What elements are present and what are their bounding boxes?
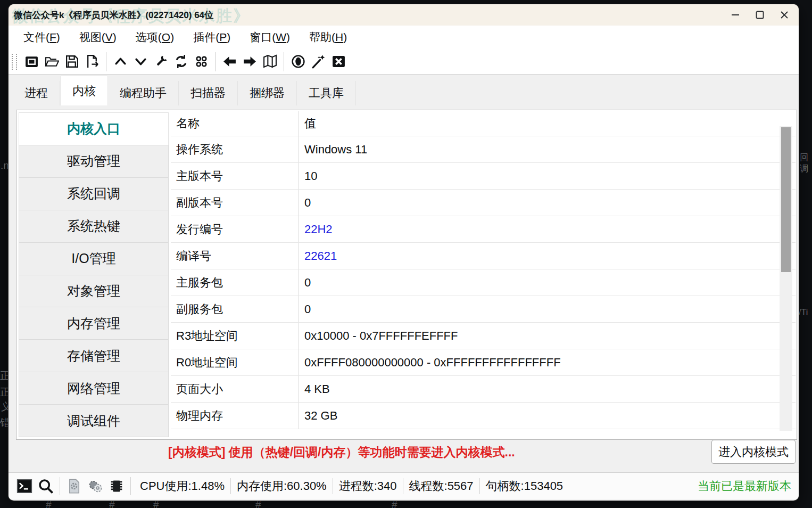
refresh-icon <box>174 54 188 69</box>
kernel-panel: 内核入口 驱动管理 系统回调 系统热键 I/O管理 对象管理 内存管理 存储管理… <box>16 110 797 440</box>
menu-window[interactable]: 窗口(W) <box>240 30 300 45</box>
update-status[interactable]: 当前已是最新版本 <box>698 478 799 494</box>
row-name: R3地址空间 <box>171 328 299 344</box>
sidebar-item-driver-management[interactable]: 驱动管理 <box>19 145 169 178</box>
menu-options[interactable]: 选项(O) <box>126 30 184 45</box>
table-row[interactable]: 副服务包 0 <box>171 296 796 323</box>
menu-plugins[interactable]: 插件(P) <box>184 30 240 45</box>
console-button[interactable] <box>15 477 34 496</box>
grid-dots-button[interactable] <box>192 53 211 71</box>
magic-wand-button[interactable] <box>309 53 328 71</box>
minimize-button[interactable] <box>723 4 748 26</box>
handle-count: 句柄数:153405 <box>479 478 569 494</box>
backdrop-fragment: /Ti <box>799 308 808 317</box>
tab-toolbox[interactable]: 工具库 <box>297 81 356 105</box>
table-row[interactable]: 主版本号 10 <box>171 163 796 190</box>
back-button[interactable] <box>220 53 239 71</box>
memory-chip-button[interactable] <box>107 477 126 496</box>
export-file-button[interactable] <box>82 53 102 71</box>
close-button[interactable] <box>772 4 797 26</box>
map-view-button[interactable] <box>260 53 279 71</box>
settings-wrench-icon <box>154 54 168 69</box>
forward-button[interactable] <box>240 53 259 71</box>
row-value: 0xFFFF080000000000 - 0xFFFFFFFFFFFFFFFF <box>299 349 796 375</box>
sidebar-item-memory-management[interactable]: 内存管理 <box>19 307 169 340</box>
open-folder-button[interactable] <box>42 53 61 71</box>
sidebar-item-kernel-entry[interactable]: 内核入口 <box>19 112 169 145</box>
gears-button[interactable] <box>86 477 105 496</box>
menu-file[interactable]: 文件(F) <box>14 30 70 45</box>
menu-hotkey: W <box>276 31 286 43</box>
gears-icon <box>87 478 103 494</box>
sidebar-item-system-hotkeys[interactable]: 系统热键 <box>19 210 169 243</box>
refresh-button[interactable] <box>171 53 190 71</box>
column-header-value[interactable]: 值 <box>299 111 796 136</box>
enter-kernel-mode-button[interactable]: 进入内核模式 <box>711 440 796 464</box>
move-up-button[interactable] <box>111 53 130 71</box>
row-value: 4 KB <box>299 376 796 402</box>
table-row[interactable]: 副版本号 0 <box>171 190 796 216</box>
sidebar-item-network-management[interactable]: 网络管理 <box>19 372 169 405</box>
kernel-mode-hint: [内核模式] 使用（热键/回调/内存）等功能时需要进入内核模式... <box>168 444 515 461</box>
row-name: 主版本号 <box>171 168 299 184</box>
column-header-name[interactable]: 名称 <box>171 116 299 132</box>
magic-wand-icon <box>311 54 326 69</box>
scrollbar-thumb[interactable] <box>781 127 791 272</box>
app-window-button[interactable] <box>22 53 41 71</box>
backdrop-fragment: .n <box>1 160 9 171</box>
toolbar-drag-handle[interactable] <box>12 54 17 70</box>
sidebar-item-system-callbacks[interactable]: 系统回调 <box>19 177 169 210</box>
row-name: 操作系统 <box>171 142 299 158</box>
toolbar-separator <box>106 52 106 71</box>
row-name: 副版本号 <box>171 195 299 211</box>
tab-kernel[interactable]: 内核 <box>60 76 108 105</box>
backdrop-fragment: 回调 <box>800 152 812 175</box>
sidebar-item-debug-components[interactable]: 调试组件 <box>19 404 169 437</box>
tab-processes[interactable]: 进程 <box>13 81 60 105</box>
window-title: 微信公众号k《程序员贝米水胜》(02271420) 64位 <box>14 9 213 21</box>
table-row[interactable]: 物理内存 32 GB <box>171 403 796 429</box>
move-up-icon <box>113 54 128 69</box>
table-row[interactable]: 编译号 22621 <box>171 243 796 269</box>
maximize-button[interactable] <box>748 4 772 26</box>
menu-hotkey: P <box>219 31 227 43</box>
table-row[interactable]: 操作系统 Windows 11 <box>171 136 796 163</box>
thread-count: 线程数:5567 <box>403 478 479 494</box>
menu-view[interactable]: 视图(V) <box>70 30 126 45</box>
sidebar-item-object-management[interactable]: 对象管理 <box>19 275 169 308</box>
table-scrollbar[interactable] <box>780 126 792 431</box>
settings-wrench-button[interactable] <box>151 53 170 71</box>
menu-label: 窗口( <box>250 31 276 43</box>
forward-arrow-icon <box>243 54 257 69</box>
row-name: R0地址空间 <box>171 355 299 371</box>
row-value: 22H2 <box>299 216 796 242</box>
file-gear-icon <box>66 478 82 494</box>
cpu-usage: CPU使用:1.48% <box>134 478 230 494</box>
menu-label: ) <box>56 31 60 43</box>
save-button[interactable] <box>62 53 81 71</box>
table-row[interactable]: 发行编号 22H2 <box>171 216 796 243</box>
export-file-icon <box>85 54 100 69</box>
save-icon <box>65 54 79 69</box>
move-down-icon <box>134 54 148 69</box>
tab-coder-assistant[interactable]: 编程助手 <box>108 81 179 105</box>
sidebar-item-io-management[interactable]: I/O管理 <box>19 242 169 275</box>
map-view-icon <box>263 54 277 69</box>
tab-scanner[interactable]: 扫描器 <box>179 81 238 105</box>
exit-button[interactable] <box>329 53 348 71</box>
sidebar-item-storage-management[interactable]: 存储管理 <box>19 339 169 372</box>
table-row[interactable]: 主服务包 0 <box>171 269 796 296</box>
title-bar[interactable]: 微信公众号《程序员贝米水胜》 微信公众号k《程序员贝米水胜》(02271420)… <box>9 4 799 26</box>
row-value: 22621 <box>299 243 796 269</box>
file-gear-button[interactable] <box>64 477 84 496</box>
move-down-button[interactable] <box>131 53 150 71</box>
globe-about-button[interactable] <box>288 53 308 71</box>
search-button[interactable] <box>36 477 55 496</box>
tab-bundler[interactable]: 捆绑器 <box>238 81 297 105</box>
table-row[interactable]: R0地址空间 0xFFFF080000000000 - 0xFFFFFFFFFF… <box>171 349 796 376</box>
menu-help[interactable]: 帮助(H) <box>300 30 357 45</box>
table-row[interactable]: 页面大小 4 KB <box>171 376 796 403</box>
statusbar-separator <box>60 477 60 495</box>
row-value: Windows 11 <box>299 136 796 162</box>
table-row[interactable]: R3地址空间 0x10000 - 0x7FFFFFFEFFFF <box>171 323 796 349</box>
